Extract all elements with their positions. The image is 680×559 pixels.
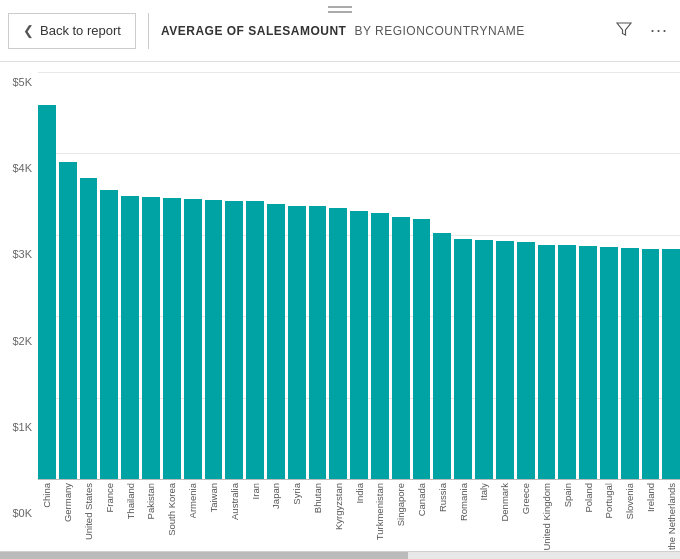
chevron-left-icon: ❮ xyxy=(23,23,34,38)
bar-wrap xyxy=(600,72,618,479)
bar-wrap xyxy=(558,72,576,479)
back-to-report-button[interactable]: ❮ Back to report xyxy=(8,13,136,49)
bar-germany[interactable] xyxy=(59,162,77,479)
bar-australia[interactable] xyxy=(225,201,243,479)
x-label-wrap: Bhutan xyxy=(309,483,327,513)
x-label-wrap: Singapore xyxy=(392,483,410,526)
bar-wrap xyxy=(642,72,660,479)
x-label-poland: Poland xyxy=(583,483,594,513)
y-label-0k: $0K xyxy=(12,507,32,519)
x-label-wrap: France xyxy=(100,483,118,513)
x-label-united-states: United States xyxy=(83,483,94,540)
bar-wrap xyxy=(350,72,368,479)
top-bar-right: ··· xyxy=(612,16,672,45)
x-label-turkmenistan: Turkmenistan xyxy=(374,483,385,540)
x-label-portugal: Portugal xyxy=(603,483,614,518)
bar-wrap xyxy=(371,72,389,479)
bar-syria[interactable] xyxy=(288,206,306,480)
bar-wrap xyxy=(267,72,285,479)
bar-italy[interactable] xyxy=(475,240,493,479)
bar-south-korea[interactable] xyxy=(163,198,181,479)
filter-icon[interactable] xyxy=(612,17,636,45)
bar-wrap xyxy=(59,72,77,479)
header-divider xyxy=(148,13,149,49)
bar-wrap xyxy=(454,72,472,479)
bar-wrap xyxy=(80,72,98,479)
x-label-wrap: Germany xyxy=(59,483,77,522)
x-label-wrap: Spain xyxy=(558,483,576,507)
x-label-denmark: Denmark xyxy=(499,483,510,522)
x-label-romania: Romania xyxy=(458,483,469,521)
bar-wrap xyxy=(288,72,306,479)
bar-taiwan[interactable] xyxy=(205,200,223,479)
bar-ireland[interactable] xyxy=(642,249,660,479)
x-label-wrap: Ireland xyxy=(642,483,660,512)
bar-the-netherlands[interactable] xyxy=(662,249,680,479)
x-label-wrap: Syria xyxy=(288,483,306,505)
scroll-thumb xyxy=(0,552,408,559)
bar-wrap xyxy=(205,72,223,479)
bar-wrap xyxy=(309,72,327,479)
bar-china[interactable] xyxy=(38,105,56,479)
x-label-united-kingdom: United Kingdom xyxy=(541,483,552,551)
bar-portugal[interactable] xyxy=(600,247,618,479)
bar-bhutan[interactable] xyxy=(309,206,327,479)
x-label-italy: Italy xyxy=(478,483,489,500)
bar-poland[interactable] xyxy=(579,246,597,479)
bar-slovenia[interactable] xyxy=(621,248,639,479)
bar-armenia[interactable] xyxy=(184,199,202,479)
x-label-wrap: United Kingdom xyxy=(538,483,556,551)
bar-wrap xyxy=(246,72,264,479)
bar-pakistan[interactable] xyxy=(142,197,160,479)
more-options-icon[interactable]: ··· xyxy=(646,16,672,45)
x-label-wrap: Armenia xyxy=(184,483,202,518)
bar-romania[interactable] xyxy=(454,239,472,479)
bar-russia[interactable] xyxy=(433,233,451,479)
bar-united-kingdom[interactable] xyxy=(538,245,556,479)
bar-wrap xyxy=(517,72,535,479)
x-label-wrap: China xyxy=(38,483,56,508)
bar-turkmenistan[interactable] xyxy=(371,213,389,479)
bar-india[interactable] xyxy=(350,211,368,479)
bar-france[interactable] xyxy=(100,190,118,479)
bottom-scroll[interactable] xyxy=(0,551,680,559)
bar-singapore[interactable] xyxy=(392,217,410,479)
bar-kyrgyzstan[interactable] xyxy=(329,208,347,479)
x-label-south-korea: South Korea xyxy=(166,483,177,536)
bar-wrap xyxy=(163,72,181,479)
x-label-wrap: India xyxy=(350,483,368,504)
bar-wrap xyxy=(621,72,639,479)
bar-denmark[interactable] xyxy=(496,241,514,480)
bar-wrap xyxy=(662,72,680,479)
bar-thailand[interactable] xyxy=(121,196,139,479)
bar-wrap xyxy=(121,72,139,479)
bar-wrap xyxy=(475,72,493,479)
chart-title-by: BY REGIONCOUNTRYNAME xyxy=(354,24,524,38)
back-button-label: Back to report xyxy=(40,23,121,38)
bar-united-states[interactable] xyxy=(80,178,98,479)
bar-greece[interactable] xyxy=(517,242,535,479)
x-label-ireland: Ireland xyxy=(645,483,656,512)
x-label-spain: Spain xyxy=(562,483,573,507)
bar-wrap xyxy=(538,72,556,479)
bar-wrap xyxy=(433,72,451,479)
bar-spain[interactable] xyxy=(558,245,576,479)
y-label-2k: $2K xyxy=(12,335,32,347)
drag-handle xyxy=(328,6,352,13)
bar-wrap xyxy=(579,72,597,479)
x-label-wrap: Romania xyxy=(454,483,472,521)
bar-japan[interactable] xyxy=(267,204,285,479)
x-label-wrap: Russia xyxy=(433,483,451,512)
x-label-wrap: Slovenia xyxy=(621,483,639,519)
bar-iran[interactable] xyxy=(246,201,264,479)
x-label-thailand: Thailand xyxy=(125,483,136,519)
x-label-india: India xyxy=(354,483,365,504)
bar-wrap xyxy=(413,72,431,479)
x-label-wrap: Canada xyxy=(413,483,431,516)
x-label-armenia: Armenia xyxy=(187,483,198,518)
x-label-wrap: Greece xyxy=(517,483,535,514)
chart-area: $5K $4K $3K $2K $1K $0K ChinaGe xyxy=(0,62,680,551)
bar-wrap xyxy=(184,72,202,479)
bar-wrap xyxy=(38,72,56,479)
bar-canada[interactable] xyxy=(413,219,431,479)
